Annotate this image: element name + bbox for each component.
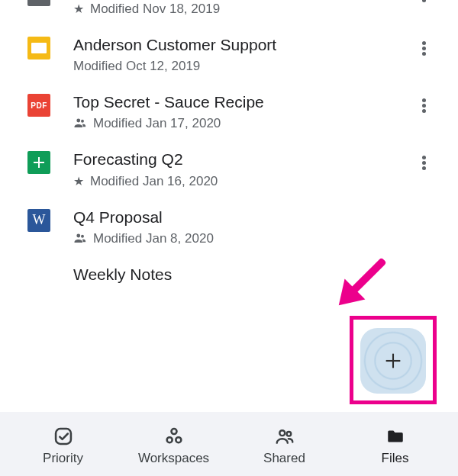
file-title: Forecasting Q2	[73, 150, 412, 169]
more-options-button[interactable]	[412, 98, 435, 113]
file-title: Weekly Notes	[73, 265, 435, 284]
file-title: Anderson Customer Support	[73, 35, 412, 54]
file-modified-text: Modified Jan 16, 2020	[90, 174, 218, 189]
file-meta: ★ Modified Jan 16, 2020	[73, 174, 412, 189]
file-title: Q4 Proposal	[73, 207, 435, 227]
file-info: Weekly Notes	[73, 265, 435, 288]
svg-rect-6	[56, 429, 71, 444]
nav-shared[interactable]: Shared	[229, 426, 340, 466]
nav-label: Files	[382, 451, 409, 466]
shared-icon	[73, 116, 87, 131]
file-row[interactable]: Forecasting Q2 ★ Modified Jan 16, 2020	[0, 140, 458, 198]
svg-point-3	[81, 235, 84, 238]
file-modified-text: Modified Oct 12, 2019	[73, 59, 200, 74]
file-meta: Modified Jan 8, 2020	[73, 231, 435, 246]
file-type-icon	[27, 0, 50, 6]
nav-label: Workspaces	[138, 451, 209, 466]
file-meta: Modified Oct 12, 2019	[73, 59, 412, 74]
file-info: ★ Modified Nov 18, 2019	[73, 0, 412, 17]
file-modified-text: Modified Jan 8, 2020	[93, 231, 214, 246]
svg-point-10	[279, 430, 285, 436]
file-meta: ★ Modified Nov 18, 2019	[73, 2, 412, 17]
create-new-fab[interactable]	[360, 328, 426, 394]
file-modified-text: Modified Jan 17, 2020	[93, 116, 221, 131]
file-meta: Modified Jan 17, 2020	[73, 116, 412, 131]
sheets-icon	[27, 151, 50, 174]
workspaces-icon	[163, 426, 185, 446]
pdf-icon: PDF	[27, 94, 50, 117]
file-row[interactable]: ★ Modified Nov 18, 2019	[0, 0, 458, 26]
file-row[interactable]: Weekly Notes	[0, 256, 458, 289]
file-row[interactable]: W Q4 Proposal Modified Jan 8, 2020	[0, 198, 458, 256]
nav-workspaces[interactable]: Workspaces	[118, 426, 229, 466]
more-options-button[interactable]	[412, 0, 435, 2]
file-info: Forecasting Q2 ★ Modified Jan 16, 2020	[73, 150, 412, 188]
svg-point-11	[286, 432, 291, 436]
more-options-button[interactable]	[412, 156, 435, 170]
word-icon: W	[27, 209, 50, 232]
star-icon: ★	[73, 3, 84, 15]
shared-nav-icon	[273, 426, 296, 446]
priority-icon	[52, 426, 75, 446]
folder-icon	[384, 426, 407, 446]
nav-priority[interactable]: Priority	[8, 426, 118, 466]
svg-point-8	[166, 437, 172, 442]
bottom-navigation: Priority Workspaces Shared	[0, 412, 458, 476]
file-info: Q4 Proposal Modified Jan 8, 2020	[73, 207, 435, 246]
svg-point-1	[81, 120, 84, 123]
slides-icon	[27, 37, 50, 60]
file-modified-text: Modified Nov 18, 2019	[90, 2, 220, 17]
svg-point-2	[76, 233, 80, 237]
star-icon: ★	[73, 175, 84, 188]
nav-label: Priority	[43, 451, 83, 466]
more-options-button[interactable]	[412, 41, 435, 56]
svg-point-9	[176, 437, 181, 442]
file-row[interactable]: Anderson Customer Support Modified Oct 1…	[0, 26, 458, 83]
nav-label: Shared	[263, 451, 305, 466]
svg-point-7	[171, 429, 176, 434]
file-row[interactable]: PDF Top Secret - Sauce Recipe Modified J…	[0, 83, 458, 140]
file-info: Top Secret - Sauce Recipe Modified Jan 1…	[73, 92, 412, 131]
shared-icon	[73, 231, 87, 246]
file-info: Anderson Customer Support Modified Oct 1…	[73, 35, 412, 74]
svg-point-0	[76, 119, 80, 123]
file-title: Top Secret - Sauce Recipe	[73, 92, 412, 111]
nav-files[interactable]: Files	[340, 426, 450, 466]
